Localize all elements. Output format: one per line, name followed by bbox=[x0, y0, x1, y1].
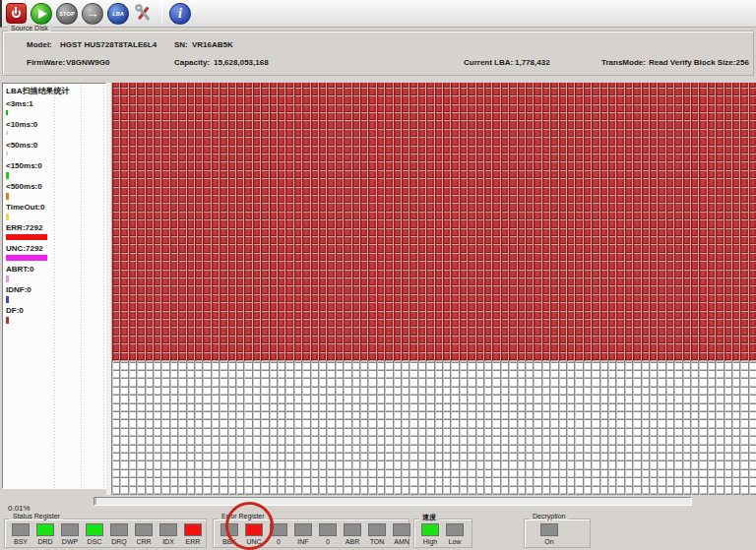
capacity-label: Capacity: bbox=[174, 58, 210, 67]
stop-button[interactable]: STOP bbox=[56, 3, 78, 25]
status-bit: CRR bbox=[135, 523, 153, 546]
arrow-right-icon bbox=[82, 3, 103, 25]
status-bit-label: DWP bbox=[61, 537, 79, 546]
scan-stat-bar bbox=[6, 234, 47, 240]
speed-group: 速度 High Low bbox=[413, 519, 472, 548]
current-lba-label: Current LBA: bbox=[464, 58, 513, 67]
scan-stat-item: UNC:7292 bbox=[6, 244, 105, 265]
scan-stat-label: TimeOut:0 bbox=[6, 203, 105, 213]
status-bit: BSY bbox=[12, 523, 30, 546]
error-bit-light bbox=[344, 523, 361, 536]
scan-progress-percent: 0.01% bbox=[8, 504, 31, 513]
status-bit-light bbox=[36, 523, 54, 536]
status-bit-label: DRD bbox=[36, 537, 54, 546]
scan-stat-bar bbox=[6, 317, 9, 324]
scan-stat-bar bbox=[6, 255, 47, 261]
error-bit: TON bbox=[368, 523, 386, 546]
status-bit: DWP bbox=[61, 523, 79, 546]
error-bit: INF bbox=[294, 523, 312, 546]
toolbar: STOP LBA i bbox=[0, 0, 756, 28]
lba-scan-button[interactable]: LBA bbox=[107, 3, 129, 25]
decryption-bit-label: On bbox=[540, 537, 558, 546]
error-bit-label: 0 bbox=[270, 537, 287, 546]
status-bit-label: DRQ bbox=[110, 537, 128, 546]
speed-bit-label: Low bbox=[446, 537, 464, 546]
status-register-group: Status Register BSY DRD DWP DSC bbox=[4, 519, 207, 548]
stop-icon: STOP bbox=[56, 3, 78, 25]
lba-scan-icon: LBA bbox=[107, 3, 129, 25]
power-icon bbox=[6, 3, 27, 24]
scan-stat-bar bbox=[6, 131, 8, 135]
start-button[interactable] bbox=[31, 3, 52, 25]
scan-progress-bar bbox=[94, 497, 692, 506]
error-bit-label: AMN bbox=[393, 537, 410, 546]
scan-stat-label: ABRT:0 bbox=[6, 265, 105, 275]
scan-stats-panel: LBA扫描结果统计 <3ms:1 <10ms:0 <50ms:0 <150ms:… bbox=[2, 83, 106, 489]
speed-bit-light bbox=[446, 523, 464, 536]
scan-stat-label: <3ms:1 bbox=[6, 99, 105, 109]
status-bit: DRD bbox=[36, 523, 54, 546]
error-bit-light bbox=[294, 523, 312, 536]
tools-button[interactable] bbox=[133, 3, 155, 25]
speed-bit-light bbox=[421, 523, 439, 536]
error-bit: ABR bbox=[344, 523, 361, 546]
sn-value: VR16AB5K bbox=[192, 40, 233, 49]
power-button[interactable] bbox=[5, 3, 27, 25]
scan-progress-fill bbox=[94, 498, 96, 505]
play-icon bbox=[31, 3, 52, 25]
status-register-bits: BSY DRD DWP DSC DRQ bbox=[5, 519, 206, 546]
scan-stat-label: DF:0 bbox=[6, 306, 105, 316]
error-bit-light bbox=[368, 523, 386, 536]
decryption-bit: On bbox=[540, 523, 558, 546]
error-bit-label: INF bbox=[294, 537, 312, 546]
speed-bit: High bbox=[421, 523, 439, 546]
transmode-label: TransMode: bbox=[601, 58, 646, 67]
status-bit: DRQ bbox=[110, 523, 128, 546]
status-bit-light bbox=[86, 523, 103, 536]
status-bit-light bbox=[135, 523, 153, 536]
scan-stat-bar bbox=[6, 214, 9, 220]
model-value: HGST HUS728T8TALE6L4 bbox=[60, 40, 157, 49]
status-bit: DSC bbox=[86, 523, 103, 546]
speed-bit-label: High bbox=[421, 537, 439, 546]
toolbar-separator bbox=[161, 4, 162, 24]
info-button[interactable]: i bbox=[169, 3, 191, 25]
scan-stat-item: <500ms:0 bbox=[6, 182, 105, 203]
unc-highlight-circle-annotation bbox=[225, 502, 274, 550]
error-bit-label: 0 bbox=[319, 537, 337, 546]
block-map-scanned-errors bbox=[111, 83, 756, 361]
status-bit-light bbox=[61, 523, 79, 536]
scan-stat-bar bbox=[6, 193, 9, 200]
error-bit-label: ABR bbox=[344, 537, 361, 546]
scan-stat-label: UNC:7292 bbox=[6, 244, 105, 254]
scan-stat-item: IDNF:0 bbox=[6, 285, 105, 306]
status-bit-light bbox=[184, 523, 202, 536]
current-lba-value: 1,778,432 bbox=[515, 58, 550, 67]
scan-stat-label: <150ms:0 bbox=[6, 161, 105, 171]
scan-stat-item: <3ms:1 bbox=[6, 99, 105, 120]
status-bit-label: CRR bbox=[135, 537, 153, 546]
source-disk-panel: Source Disk Model: HGST HUS728T8TALE6L4 … bbox=[2, 31, 754, 76]
scan-stat-item: DF:0 bbox=[6, 306, 105, 327]
scan-stat-bar bbox=[6, 110, 8, 115]
decryption-title: Decryption bbox=[530, 513, 568, 519]
decryption-bit-light bbox=[540, 523, 558, 536]
scan-stat-item: <10ms:0 bbox=[6, 120, 105, 141]
speed-title: 速度 bbox=[419, 513, 439, 522]
status-bit-label: DSC bbox=[86, 537, 103, 546]
scan-stat-bar bbox=[6, 275, 9, 282]
speed-bit: Low bbox=[446, 523, 464, 546]
scan-stat-bar bbox=[6, 172, 9, 179]
tools-icon bbox=[134, 4, 154, 24]
sn-label: SN: bbox=[174, 40, 188, 49]
status-bit-label: BSY bbox=[12, 537, 30, 546]
scan-stat-label: <10ms:0 bbox=[6, 120, 105, 130]
firmware-value: V8GNW9G0 bbox=[66, 58, 109, 67]
status-bit: IDX bbox=[159, 523, 177, 546]
status-bit: ERR bbox=[184, 523, 202, 546]
error-bit-light bbox=[319, 523, 337, 536]
next-button[interactable] bbox=[82, 3, 103, 25]
error-bit-light bbox=[393, 523, 410, 536]
speed-bits: High Low bbox=[414, 519, 472, 546]
scan-stat-label: <500ms:0 bbox=[6, 182, 105, 192]
